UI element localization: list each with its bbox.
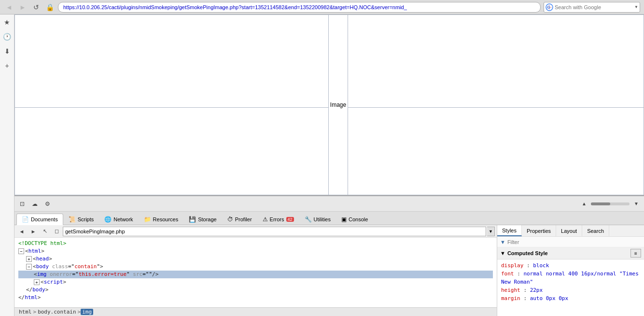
tab-storage-label: Storage <box>198 216 217 222</box>
css-properties: display : block font : normal normal 400… <box>497 259 644 304</box>
sidebar-downloads-icon[interactable]: ⬇ <box>2 46 12 56</box>
address-bar[interactable] <box>58 2 541 13</box>
tab-console[interactable]: ▣ Console <box>336 213 373 225</box>
css-prop-margin: margin : auto 0px 0px <box>501 294 640 302</box>
breadcrumb-sep-2: > <box>78 309 81 315</box>
tab-profiler[interactable]: ⏱ Profiler <box>222 213 257 225</box>
search-input[interactable] <box>555 2 633 12</box>
html-toolbar-select-btn[interactable]: ◻ <box>51 227 62 236</box>
devtools-settings-btn[interactable]: ⚙ <box>42 198 53 210</box>
tab-scripts[interactable]: 📜 Scripts <box>63 213 99 225</box>
css-prop-height: height : 22px <box>501 286 640 294</box>
html-line-body-open[interactable]: − <body class="contain" > <box>18 263 493 271</box>
css-prop-font: font : normal normal 400 16px/normal "Ti… <box>501 270 640 286</box>
sidebar-add-icon[interactable]: + <box>2 61 12 71</box>
storage-icon: 💾 <box>189 216 196 223</box>
resize-up-btn[interactable]: ▲ <box>578 198 590 210</box>
browser-toolbar: ◄ ► ↺ 🔒 G ▼ <box>0 0 644 14</box>
scripts-icon: 📜 <box>69 216 76 223</box>
devtools-cloud-btn[interactable]: ☁ <box>29 198 41 210</box>
page-area: Image <box>14 14 644 195</box>
profiler-icon: ⏱ <box>227 216 233 223</box>
devtools-tabs: 📄 Documents 📜 Scripts 🌐 Network 📁 Resour… <box>14 212 644 225</box>
html-line-img[interactable]: <img onerror="this.error=true" src="" /> <box>18 271 493 278</box>
devtools-inspect-btn[interactable]: ⊡ <box>16 198 28 210</box>
script-expand-btn[interactable]: + <box>34 279 40 285</box>
tab-documents[interactable]: 📄 Documents <box>16 214 63 225</box>
html-line-html-close[interactable]: </html> <box>18 294 493 302</box>
tab-resources[interactable]: 📁 Resources <box>139 213 184 225</box>
html-line-doctype[interactable]: <!DOCTYPE html> <box>18 240 493 247</box>
search-container: G ▼ <box>544 2 640 13</box>
head-expand-btn[interactable]: + <box>26 256 32 262</box>
breadcrumb-body[interactable]: body.contain <box>36 309 77 315</box>
back-button[interactable]: ◄ <box>4 2 14 13</box>
tab-network-label: Network <box>113 216 133 222</box>
html-line-script[interactable]: + <script> <box>18 278 493 286</box>
computed-toggle-btn[interactable]: ≡ <box>630 249 641 258</box>
devtools-panel: ⊡ ☁ ⚙ ▲ ▼ 📄 Documents 📜 Scripts <box>14 195 644 316</box>
sidebar-bookmarks-icon[interactable]: ★ <box>2 17 12 27</box>
page-cell-bottom-left <box>15 107 329 195</box>
breadcrumb-html[interactable]: html <box>17 309 33 315</box>
tab-search[interactable]: Search <box>582 225 609 236</box>
breadcrumb-img[interactable]: img <box>81 309 93 315</box>
resize-slider-area: ▲ ▼ <box>578 198 642 210</box>
html-expand-btn[interactable]: − <box>18 248 24 254</box>
main-area: Image ⊡ ☁ ⚙ ▲ ▼ <box>14 14 644 316</box>
tab-properties[interactable]: Properties <box>522 225 556 236</box>
page-cell-top-right <box>348 15 644 108</box>
file-selector-arrow[interactable]: ▼ <box>487 227 495 236</box>
utilities-icon: 🔧 <box>305 216 312 223</box>
network-icon: 🌐 <box>104 216 112 223</box>
body-expand-btn[interactable]: − <box>26 264 32 270</box>
tab-console-label: Console <box>349 216 368 222</box>
styles-filter-bar: ▼ <box>497 237 644 247</box>
html-source: <!DOCTYPE html> − <html> + <head> <box>14 238 497 307</box>
breadcrumb-sep-1: > <box>33 309 37 315</box>
tab-network[interactable]: 🌐 Network <box>99 213 138 225</box>
page-cell-image-label: Image <box>329 15 348 195</box>
file-selector-input[interactable] <box>63 227 486 236</box>
html-toolbar-back-btn[interactable]: ◄ <box>16 227 27 236</box>
tab-errors[interactable]: ⚠ Errors 42 <box>257 213 299 225</box>
html-toolbar-forward-btn[interactable]: ► <box>28 227 39 236</box>
computed-style-toggle[interactable]: ▼ <box>500 250 505 256</box>
devtools-body: ◄ ► ↖ ◻ ▼ <!DOCTYPE html> <box>14 225 644 316</box>
tab-errors-label: Errors <box>270 216 284 222</box>
browser-sidebar: ★ 🕐 ⬇ + <box>0 14 14 316</box>
page-table: Image <box>14 14 644 195</box>
resize-down-btn[interactable]: ▼ <box>630 198 642 210</box>
reload-button[interactable]: ↺ <box>31 2 42 13</box>
page-cell-bottom-right <box>348 107 644 195</box>
tab-storage[interactable]: 💾 Storage <box>183 213 222 225</box>
html-line-body-close[interactable]: </body> <box>18 286 493 294</box>
computed-style-header: ▼ Computed Style ≡ <box>497 247 644 259</box>
tab-utilities[interactable]: 🔧 Utilities <box>299 213 336 225</box>
filter-input[interactable] <box>507 239 641 245</box>
tab-profiler-label: Profiler <box>235 216 252 222</box>
search-dropdown-button[interactable]: ▼ <box>633 5 640 9</box>
html-line-html-open[interactable]: − <html> <box>18 247 493 255</box>
styles-panel: Styles Properties Layout Search ▼ <box>497 225 644 316</box>
tab-styles[interactable]: Styles <box>497 225 522 236</box>
breadcrumb-bar: html > body.contain > img <box>14 307 497 316</box>
stop-button[interactable]: 🔒 <box>44 2 55 13</box>
computed-style-title: Computed Style <box>507 250 548 256</box>
google-icon: G <box>545 3 554 12</box>
forward-button[interactable]: ► <box>17 2 28 13</box>
resources-icon: 📁 <box>144 216 151 223</box>
errors-badge: 42 <box>286 217 294 222</box>
tab-documents-label: Documents <box>31 216 58 222</box>
styles-tabs: Styles Properties Layout Search <box>497 225 644 237</box>
documents-icon: 📄 <box>22 216 29 223</box>
tab-layout[interactable]: Layout <box>556 225 582 236</box>
html-panel: ◄ ► ↖ ◻ ▼ <!DOCTYPE html> <box>14 225 497 316</box>
tab-scripts-label: Scripts <box>78 216 94 222</box>
html-line-head[interactable]: + <head> <box>18 255 493 263</box>
svg-text:G: G <box>547 5 550 10</box>
resize-slider[interactable] <box>591 202 630 205</box>
tab-resources-label: Resources <box>153 216 179 222</box>
sidebar-history-icon[interactable]: 🕐 <box>2 32 12 42</box>
html-toolbar-cursor-btn[interactable]: ↖ <box>40 227 50 236</box>
